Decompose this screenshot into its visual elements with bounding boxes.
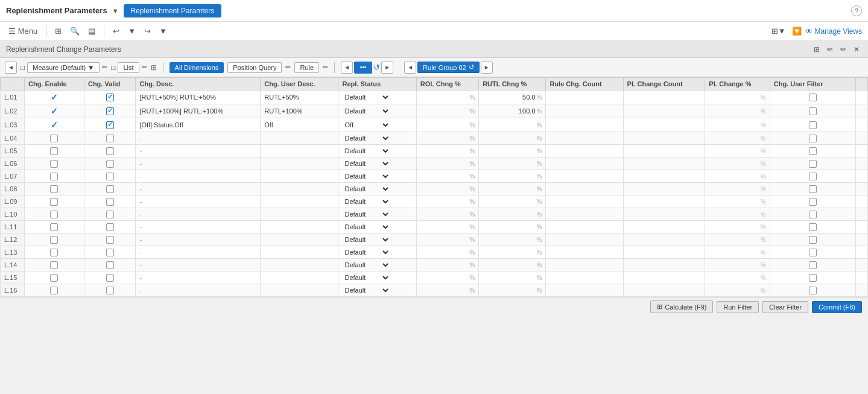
unchecked-box[interactable] bbox=[106, 274, 114, 282]
columns-icon[interactable]: ⊞▼ bbox=[769, 25, 788, 37]
search-icon[interactable]: 🔍 bbox=[68, 25, 82, 37]
unchecked-box[interactable] bbox=[106, 160, 114, 168]
grid-view-icon[interactable]: ⊞ bbox=[811, 44, 822, 55]
filter-checkbox[interactable] bbox=[809, 249, 817, 256]
checked-box[interactable] bbox=[106, 94, 114, 101]
filter-checkbox[interactable] bbox=[809, 121, 817, 129]
chg-enable-cell[interactable]: ✓ bbox=[25, 91, 84, 104]
chg-user-filter-cell[interactable] bbox=[770, 145, 855, 157]
rule-group-refresh-icon[interactable]: ↺ bbox=[469, 63, 474, 71]
chg-enable-cell[interactable] bbox=[25, 208, 84, 221]
chg-user-filter-cell[interactable] bbox=[770, 284, 855, 297]
undo-dropdown[interactable]: ▼ bbox=[125, 25, 138, 37]
tab-position-query[interactable]: Position Query bbox=[227, 62, 282, 73]
unchecked-box[interactable] bbox=[50, 223, 58, 231]
chg-valid-cell[interactable] bbox=[84, 272, 136, 284]
chg-user-filter-cell[interactable] bbox=[770, 195, 855, 208]
repl-status-cell[interactable]: Default Default Off bbox=[338, 183, 416, 195]
repl-status-cell[interactable]: Default Default Off bbox=[338, 170, 416, 183]
repl-status-select[interactable]: Default Default Off bbox=[342, 93, 390, 101]
repl-status-cell[interactable]: Default Default Off bbox=[338, 221, 416, 234]
rule-group-next-button[interactable]: ► bbox=[481, 62, 493, 74]
unchecked-box[interactable] bbox=[106, 135, 114, 142]
expand-checkbox[interactable]: □ bbox=[21, 63, 25, 72]
run-filter-button[interactable]: Run Filter bbox=[717, 301, 759, 313]
repl-status-cell[interactable]: Default Default Off bbox=[338, 208, 416, 221]
unchecked-box[interactable] bbox=[50, 173, 58, 180]
unchecked-box[interactable] bbox=[106, 261, 114, 269]
chg-valid-cell[interactable] bbox=[84, 170, 136, 183]
prev-nav-button[interactable]: ◄ bbox=[341, 62, 353, 74]
chg-user-filter-cell[interactable] bbox=[770, 234, 855, 246]
grid-icon[interactable]: ⊞ bbox=[52, 25, 64, 37]
chg-enable-cell[interactable] bbox=[25, 284, 84, 297]
repl-status-cell[interactable]: Default Default Off bbox=[338, 132, 416, 145]
chg-valid-cell[interactable] bbox=[84, 246, 136, 259]
repl-status-select[interactable]: Default Default Off bbox=[342, 273, 390, 282]
list-checkbox[interactable]: □ bbox=[111, 63, 115, 72]
chg-valid-cell[interactable] bbox=[84, 208, 136, 221]
list-edit-icon[interactable]: ✏ bbox=[142, 63, 147, 71]
undo-icon[interactable]: ↩ bbox=[110, 25, 122, 37]
filter-checkbox[interactable] bbox=[809, 198, 817, 206]
unchecked-box[interactable] bbox=[106, 287, 114, 294]
repl-status-cell[interactable]: Default Default Off bbox=[338, 91, 416, 104]
filter-checkbox[interactable] bbox=[809, 236, 817, 244]
repl-status-select[interactable]: Default Default Off bbox=[342, 147, 390, 155]
expand-icon[interactable]: ⊞ bbox=[151, 63, 157, 72]
chg-user-filter-cell[interactable] bbox=[770, 104, 855, 118]
chg-valid-cell[interactable] bbox=[84, 259, 136, 272]
repl-status-select[interactable]: Default Default Off bbox=[342, 248, 390, 256]
dots-nav-button[interactable]: ••• bbox=[354, 62, 372, 74]
unchecked-box[interactable] bbox=[50, 160, 58, 168]
edit-icon-1[interactable]: ✏ bbox=[825, 44, 835, 55]
close-icon[interactable]: ✕ bbox=[851, 44, 862, 55]
repl-status-cell[interactable]: Default Default Off bbox=[338, 157, 416, 170]
menu-button[interactable]: ☰ Menu bbox=[6, 25, 40, 37]
repl-status-select[interactable]: Default Default Off bbox=[342, 134, 390, 142]
unchecked-box[interactable] bbox=[50, 261, 58, 269]
title-dropdown-icon[interactable]: ▼ bbox=[112, 7, 119, 14]
unchecked-box[interactable] bbox=[50, 198, 58, 206]
unchecked-box[interactable] bbox=[50, 185, 58, 193]
chg-valid-cell[interactable] bbox=[84, 118, 136, 132]
chg-user-filter-cell[interactable] bbox=[770, 183, 855, 195]
refresh-icon[interactable]: ↺ bbox=[373, 63, 380, 72]
filter-checkbox[interactable] bbox=[809, 261, 817, 269]
chg-enable-cell[interactable] bbox=[25, 221, 84, 234]
redo-icon[interactable]: ↪ bbox=[142, 25, 153, 37]
repl-status-select[interactable]: Default Default Off bbox=[342, 107, 390, 115]
repl-status-select[interactable]: Default Default Off bbox=[342, 172, 390, 180]
chg-valid-cell[interactable] bbox=[84, 221, 136, 234]
manage-views-button[interactable]: 👁 Manage Views bbox=[805, 27, 863, 36]
repl-status-select[interactable]: Default Default Off bbox=[342, 261, 390, 269]
filter-icon[interactable]: 🔽 bbox=[792, 27, 802, 36]
chg-user-filter-cell[interactable] bbox=[770, 246, 855, 259]
table-icon[interactable]: ▤ bbox=[86, 25, 98, 37]
chg-valid-cell[interactable] bbox=[84, 183, 136, 195]
unchecked-box[interactable] bbox=[106, 211, 114, 218]
rule-group-prev-button[interactable]: ◄ bbox=[404, 62, 416, 74]
collapse-button[interactable]: ◄ bbox=[5, 62, 17, 74]
unchecked-box[interactable] bbox=[106, 223, 114, 231]
filter-checkbox[interactable] bbox=[809, 160, 817, 168]
chg-user-filter-cell[interactable] bbox=[770, 272, 855, 284]
chg-enable-cell[interactable]: ✓ bbox=[25, 104, 84, 118]
chg-enable-cell[interactable] bbox=[25, 145, 84, 157]
chg-user-filter-cell[interactable] bbox=[770, 118, 855, 132]
tab-all-dimensions[interactable]: All Dimensions bbox=[169, 62, 224, 73]
commit-button[interactable]: Commit (F8) bbox=[812, 301, 862, 313]
chg-user-filter-cell[interactable] bbox=[770, 157, 855, 170]
checked-box[interactable] bbox=[106, 121, 114, 129]
unchecked-box[interactable] bbox=[50, 274, 58, 282]
chg-enable-cell[interactable] bbox=[25, 234, 84, 246]
chg-enable-cell[interactable] bbox=[25, 132, 84, 145]
chg-valid-cell[interactable] bbox=[84, 145, 136, 157]
rule-edit[interactable]: ✏ bbox=[323, 63, 328, 71]
chg-enable-cell[interactable] bbox=[25, 195, 84, 208]
unchecked-box[interactable] bbox=[106, 249, 114, 256]
repl-status-select[interactable]: Default Default Off bbox=[342, 286, 390, 294]
active-tab[interactable]: Replenishment Paramters bbox=[124, 4, 222, 17]
filter-checkbox[interactable] bbox=[809, 107, 817, 115]
filter-checkbox[interactable] bbox=[809, 211, 817, 218]
